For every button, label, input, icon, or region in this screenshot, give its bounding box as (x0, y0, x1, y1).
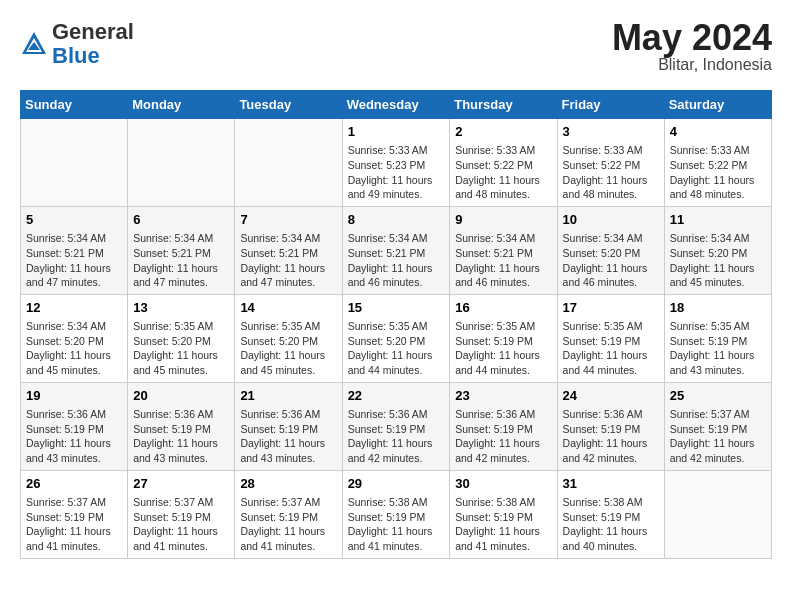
calendar-cell: 5Sunrise: 5:34 AMSunset: 5:21 PMDaylight… (21, 206, 128, 294)
day-number: 11 (670, 211, 766, 229)
day-info: Sunrise: 5:35 AMSunset: 5:19 PMDaylight:… (670, 319, 766, 378)
day-info: Sunrise: 5:35 AMSunset: 5:19 PMDaylight:… (455, 319, 551, 378)
calendar-cell: 25Sunrise: 5:37 AMSunset: 5:19 PMDayligh… (664, 382, 771, 470)
day-number: 4 (670, 123, 766, 141)
day-number: 5 (26, 211, 122, 229)
calendar-cell: 16Sunrise: 5:35 AMSunset: 5:19 PMDayligh… (450, 294, 557, 382)
day-info: Sunrise: 5:34 AMSunset: 5:20 PMDaylight:… (26, 319, 122, 378)
column-header-wednesday: Wednesday (342, 91, 450, 119)
logo-icon (20, 30, 48, 58)
day-number: 18 (670, 299, 766, 317)
day-info: Sunrise: 5:34 AMSunset: 5:21 PMDaylight:… (455, 231, 551, 290)
day-number: 21 (240, 387, 336, 405)
day-info: Sunrise: 5:38 AMSunset: 5:19 PMDaylight:… (455, 495, 551, 554)
day-number: 24 (563, 387, 659, 405)
day-number: 14 (240, 299, 336, 317)
day-number: 17 (563, 299, 659, 317)
calendar-cell: 7Sunrise: 5:34 AMSunset: 5:21 PMDaylight… (235, 206, 342, 294)
day-info: Sunrise: 5:38 AMSunset: 5:19 PMDaylight:… (348, 495, 445, 554)
day-number: 19 (26, 387, 122, 405)
calendar-cell: 18Sunrise: 5:35 AMSunset: 5:19 PMDayligh… (664, 294, 771, 382)
day-number: 29 (348, 475, 445, 493)
day-info: Sunrise: 5:36 AMSunset: 5:19 PMDaylight:… (26, 407, 122, 466)
calendar-cell: 30Sunrise: 5:38 AMSunset: 5:19 PMDayligh… (450, 470, 557, 558)
day-number: 10 (563, 211, 659, 229)
calendar-cell: 26Sunrise: 5:37 AMSunset: 5:19 PMDayligh… (21, 470, 128, 558)
column-header-monday: Monday (128, 91, 235, 119)
day-number: 12 (26, 299, 122, 317)
day-info: Sunrise: 5:35 AMSunset: 5:20 PMDaylight:… (240, 319, 336, 378)
column-header-tuesday: Tuesday (235, 91, 342, 119)
calendar-cell: 15Sunrise: 5:35 AMSunset: 5:20 PMDayligh… (342, 294, 450, 382)
day-info: Sunrise: 5:37 AMSunset: 5:19 PMDaylight:… (26, 495, 122, 554)
logo-blue-text: Blue (52, 43, 100, 68)
day-number: 20 (133, 387, 229, 405)
day-info: Sunrise: 5:34 AMSunset: 5:20 PMDaylight:… (670, 231, 766, 290)
calendar-cell: 3Sunrise: 5:33 AMSunset: 5:22 PMDaylight… (557, 119, 664, 207)
column-header-thursday: Thursday (450, 91, 557, 119)
day-info: Sunrise: 5:33 AMSunset: 5:23 PMDaylight:… (348, 143, 445, 202)
calendar-cell: 14Sunrise: 5:35 AMSunset: 5:20 PMDayligh… (235, 294, 342, 382)
day-number: 8 (348, 211, 445, 229)
day-info: Sunrise: 5:33 AMSunset: 5:22 PMDaylight:… (455, 143, 551, 202)
calendar-week-row: 26Sunrise: 5:37 AMSunset: 5:19 PMDayligh… (21, 470, 772, 558)
day-number: 25 (670, 387, 766, 405)
day-number: 9 (455, 211, 551, 229)
calendar-cell: 8Sunrise: 5:34 AMSunset: 5:21 PMDaylight… (342, 206, 450, 294)
calendar-week-row: 12Sunrise: 5:34 AMSunset: 5:20 PMDayligh… (21, 294, 772, 382)
column-header-saturday: Saturday (664, 91, 771, 119)
day-info: Sunrise: 5:37 AMSunset: 5:19 PMDaylight:… (133, 495, 229, 554)
logo: General Blue (20, 20, 134, 68)
calendar-cell: 20Sunrise: 5:36 AMSunset: 5:19 PMDayligh… (128, 382, 235, 470)
day-info: Sunrise: 5:34 AMSunset: 5:20 PMDaylight:… (563, 231, 659, 290)
day-number: 1 (348, 123, 445, 141)
calendar-table: SundayMondayTuesdayWednesdayThursdayFrid… (20, 90, 772, 559)
day-info: Sunrise: 5:34 AMSunset: 5:21 PMDaylight:… (26, 231, 122, 290)
day-info: Sunrise: 5:33 AMSunset: 5:22 PMDaylight:… (563, 143, 659, 202)
day-number: 2 (455, 123, 551, 141)
day-info: Sunrise: 5:37 AMSunset: 5:19 PMDaylight:… (670, 407, 766, 466)
column-header-sunday: Sunday (21, 91, 128, 119)
day-info: Sunrise: 5:34 AMSunset: 5:21 PMDaylight:… (240, 231, 336, 290)
calendar-cell: 9Sunrise: 5:34 AMSunset: 5:21 PMDaylight… (450, 206, 557, 294)
day-info: Sunrise: 5:36 AMSunset: 5:19 PMDaylight:… (348, 407, 445, 466)
calendar-cell: 19Sunrise: 5:36 AMSunset: 5:19 PMDayligh… (21, 382, 128, 470)
day-info: Sunrise: 5:36 AMSunset: 5:19 PMDaylight:… (563, 407, 659, 466)
calendar-week-row: 1Sunrise: 5:33 AMSunset: 5:23 PMDaylight… (21, 119, 772, 207)
day-info: Sunrise: 5:36 AMSunset: 5:19 PMDaylight:… (455, 407, 551, 466)
day-number: 3 (563, 123, 659, 141)
calendar-cell: 31Sunrise: 5:38 AMSunset: 5:19 PMDayligh… (557, 470, 664, 558)
day-info: Sunrise: 5:34 AMSunset: 5:21 PMDaylight:… (348, 231, 445, 290)
day-info: Sunrise: 5:34 AMSunset: 5:21 PMDaylight:… (133, 231, 229, 290)
day-info: Sunrise: 5:35 AMSunset: 5:20 PMDaylight:… (348, 319, 445, 378)
calendar-cell: 24Sunrise: 5:36 AMSunset: 5:19 PMDayligh… (557, 382, 664, 470)
calendar-cell: 17Sunrise: 5:35 AMSunset: 5:19 PMDayligh… (557, 294, 664, 382)
day-info: Sunrise: 5:36 AMSunset: 5:19 PMDaylight:… (240, 407, 336, 466)
calendar-cell (128, 119, 235, 207)
column-header-friday: Friday (557, 91, 664, 119)
day-number: 22 (348, 387, 445, 405)
day-number: 15 (348, 299, 445, 317)
calendar-cell: 29Sunrise: 5:38 AMSunset: 5:19 PMDayligh… (342, 470, 450, 558)
title-block: May 2024 Blitar, Indonesia (612, 20, 772, 74)
calendar-cell: 27Sunrise: 5:37 AMSunset: 5:19 PMDayligh… (128, 470, 235, 558)
calendar-header-row: SundayMondayTuesdayWednesdayThursdayFrid… (21, 91, 772, 119)
calendar-cell: 22Sunrise: 5:36 AMSunset: 5:19 PMDayligh… (342, 382, 450, 470)
calendar-cell: 11Sunrise: 5:34 AMSunset: 5:20 PMDayligh… (664, 206, 771, 294)
calendar-week-row: 5Sunrise: 5:34 AMSunset: 5:21 PMDaylight… (21, 206, 772, 294)
day-info: Sunrise: 5:33 AMSunset: 5:22 PMDaylight:… (670, 143, 766, 202)
calendar-cell: 1Sunrise: 5:33 AMSunset: 5:23 PMDaylight… (342, 119, 450, 207)
calendar-cell: 6Sunrise: 5:34 AMSunset: 5:21 PMDaylight… (128, 206, 235, 294)
day-number: 31 (563, 475, 659, 493)
location: Blitar, Indonesia (612, 56, 772, 74)
calendar-cell (235, 119, 342, 207)
calendar-cell: 2Sunrise: 5:33 AMSunset: 5:22 PMDaylight… (450, 119, 557, 207)
calendar-cell: 4Sunrise: 5:33 AMSunset: 5:22 PMDaylight… (664, 119, 771, 207)
calendar-cell: 10Sunrise: 5:34 AMSunset: 5:20 PMDayligh… (557, 206, 664, 294)
day-info: Sunrise: 5:38 AMSunset: 5:19 PMDaylight:… (563, 495, 659, 554)
calendar-cell: 21Sunrise: 5:36 AMSunset: 5:19 PMDayligh… (235, 382, 342, 470)
day-number: 6 (133, 211, 229, 229)
day-number: 13 (133, 299, 229, 317)
day-number: 23 (455, 387, 551, 405)
day-number: 16 (455, 299, 551, 317)
